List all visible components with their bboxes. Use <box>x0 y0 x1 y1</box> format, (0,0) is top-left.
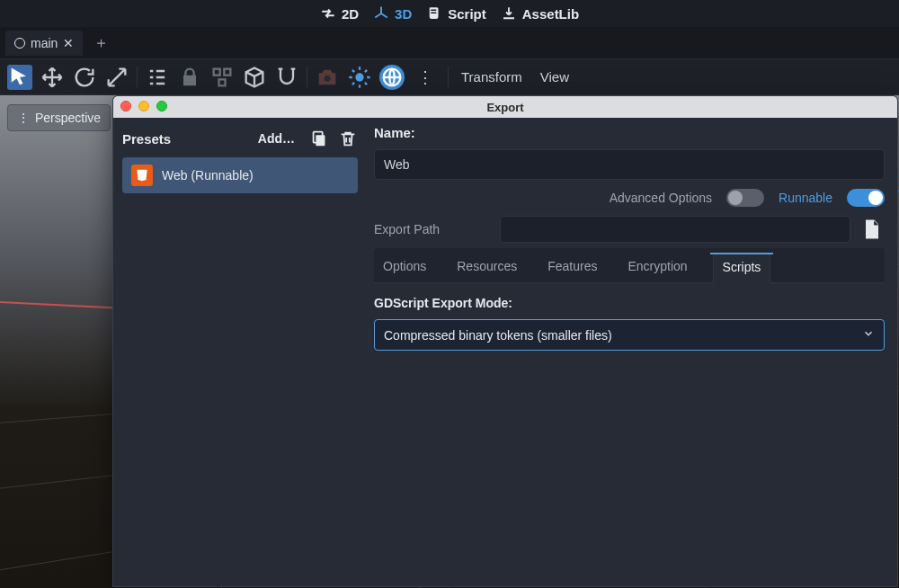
perspective-label: Perspective <box>35 111 101 125</box>
runnable-toggle[interactable] <box>847 189 885 207</box>
preset-item-web[interactable]: Web (Runnable) <box>122 157 358 193</box>
dialog-titlebar[interactable]: Export <box>113 96 897 118</box>
separator <box>448 67 449 88</box>
dialog-title: Export <box>486 101 523 114</box>
export-dialog: Export Presets Add… Web (Runnable) <box>112 95 898 587</box>
cube-tool-icon[interactable] <box>242 65 267 90</box>
workspace-tab-3d-label: 3D <box>395 6 412 22</box>
preset-copy-button[interactable] <box>309 129 329 148</box>
presets-panel: Presets Add… Web (Runnable) <box>113 118 365 586</box>
svg-rect-2 <box>219 79 226 85</box>
viewport-toolbar: ⋮ Transform View <box>0 59 899 95</box>
download-icon <box>501 5 517 22</box>
add-scene-button[interactable]: ＋ <box>88 31 113 55</box>
group-tool-icon[interactable] <box>209 65 235 90</box>
preset-add-button[interactable]: Add… <box>258 131 295 146</box>
svg-point-4 <box>355 73 363 81</box>
rotate-tool-icon[interactable] <box>72 65 97 90</box>
scene-tab-main[interactable]: main ✕ <box>5 31 83 56</box>
separator <box>137 67 138 88</box>
runnable-label: Runnable <box>779 191 832 205</box>
workspace-tab-2d-label: 2D <box>342 6 359 22</box>
presets-header-label: Presets <box>122 131 249 147</box>
workspace-tab-assetlib-label: AssetLib <box>522 6 579 22</box>
workspace-tab-script[interactable]: Script <box>426 5 486 22</box>
window-minimize-button[interactable] <box>138 101 149 111</box>
export-settings-panel: Name: Web Advanced Options Runnable Expo… <box>365 118 897 586</box>
advanced-options-label: Advanced Options <box>610 191 712 205</box>
window-close-button[interactable] <box>120 101 131 111</box>
svg-line-14 <box>0 298 126 308</box>
preset-delete-button[interactable] <box>338 129 358 148</box>
window-controls <box>120 101 167 111</box>
scale-tool-icon[interactable] <box>104 65 129 90</box>
workspace-tab-script-label: Script <box>448 6 486 22</box>
preset-list: Web (Runnable) <box>122 157 358 193</box>
svg-point-3 <box>325 75 331 81</box>
list-tool-icon[interactable] <box>145 65 170 90</box>
script-mode-label: GDScript Export Mode: <box>374 296 885 310</box>
script-mode-value: Compressed binary tokens (smaller files) <box>384 328 612 343</box>
export-path-input[interactable] <box>500 216 850 243</box>
window-zoom-button[interactable] <box>156 101 167 111</box>
axes-3d-icon <box>373 5 389 22</box>
scene-tab-main-label: main <box>31 36 58 50</box>
script-icon <box>426 5 442 22</box>
tab-scripts[interactable]: Scripts <box>713 254 771 283</box>
workspace-tab-2d[interactable]: 2D <box>320 5 359 22</box>
name-input[interactable]: Web <box>374 149 885 180</box>
tab-encryption[interactable]: Encryption <box>622 254 692 282</box>
select-tool-icon[interactable] <box>7 65 32 90</box>
scene-tabs: main ✕ ＋ <box>0 27 899 59</box>
perspective-button[interactable]: ⋮ Perspective <box>7 104 111 131</box>
snap-tool-icon[interactable] <box>274 65 299 90</box>
move-tool-icon[interactable] <box>40 65 65 90</box>
script-mode-select[interactable]: Compressed binary tokens (smaller files) <box>374 319 885 351</box>
export-tabs: Options Resources Features Encryption Sc… <box>374 248 885 283</box>
workspace-tab-3d[interactable]: 3D <box>373 5 412 22</box>
chevron-down-icon <box>862 327 875 343</box>
view-menu[interactable]: View <box>535 69 574 85</box>
export-path-browse-button[interactable] <box>859 216 885 243</box>
sun-tool-icon[interactable] <box>347 65 372 90</box>
export-path-label: Export Path <box>374 222 491 236</box>
tab-features[interactable]: Features <box>542 254 602 282</box>
transform-menu[interactable]: Transform <box>456 69 528 85</box>
toolbar-overflow-button[interactable]: ⋮ <box>412 67 441 87</box>
svg-rect-0 <box>214 68 220 75</box>
preset-item-label: Web (Runnable) <box>162 168 254 183</box>
scene-icon <box>14 38 25 49</box>
advanced-options-toggle[interactable] <box>726 189 764 207</box>
svg-rect-16 <box>316 135 325 146</box>
lock-tool-icon[interactable] <box>177 65 202 90</box>
tab-resources[interactable]: Resources <box>451 254 522 282</box>
workspace-tabs: 2D 3D Script AssetLib <box>0 0 899 27</box>
close-icon[interactable]: ✕ <box>63 36 74 50</box>
separator <box>307 67 307 88</box>
globe-tool-icon[interactable] <box>379 65 405 90</box>
camera-tool-icon[interactable] <box>315 65 340 90</box>
name-label: Name: <box>374 125 885 140</box>
workspace-tab-assetlib[interactable]: AssetLib <box>501 5 579 22</box>
swap-icon <box>320 5 336 22</box>
svg-rect-1 <box>224 68 230 75</box>
html5-icon <box>131 165 153 186</box>
tab-options[interactable]: Options <box>378 254 432 282</box>
